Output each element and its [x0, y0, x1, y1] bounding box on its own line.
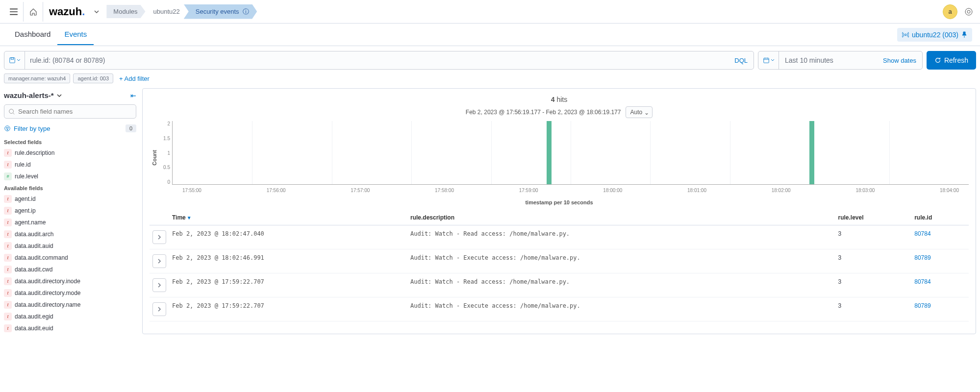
- expand-row-button[interactable]: [152, 302, 166, 316]
- breadcrumb-modules[interactable]: Modules: [106, 5, 145, 18]
- saved-queries-button[interactable]: [4, 51, 25, 69]
- interval-select[interactable]: Auto ⌄: [626, 106, 653, 118]
- table-row: Feb 2, 2023 @ 17:59:22.707Audit: Watch -…: [150, 273, 969, 297]
- pin-icon[interactable]: [961, 31, 967, 38]
- field-name: data.audit.arch: [15, 231, 53, 238]
- table-row: Feb 2, 2023 @ 17:59:22.707Audit: Watch -…: [150, 297, 969, 321]
- time-range-text[interactable]: Last 10 minutes: [779, 56, 877, 64]
- filter-row: manager.name: wazuh4 agent.id: 003 + Add…: [0, 72, 980, 88]
- breadcrumb-agent[interactable]: ubuntu22: [142, 5, 188, 18]
- field-item[interactable]: trule.id: [4, 159, 136, 171]
- dql-toggle[interactable]: DQL: [729, 57, 754, 64]
- col-rule-id[interactable]: rule.id: [911, 210, 969, 225]
- hits-count: 4 hits: [150, 94, 969, 106]
- x-tick: 17:57:00: [351, 188, 370, 193]
- cell-time: Feb 2, 2023 @ 18:02:46.991: [169, 249, 407, 273]
- field-name: data.audit.euid: [15, 325, 53, 332]
- index-header: wazuh-alerts-* ⇤: [4, 88, 136, 104]
- field-search-input[interactable]: [18, 108, 132, 115]
- search-row: DQL Last 10 minutes Show dates Refresh: [0, 46, 980, 72]
- field-item[interactable]: tdata.audit.cwd: [4, 264, 136, 275]
- cell-description: Audit: Watch - Execute access: /home/mal…: [407, 249, 835, 273]
- cell-description: Audit: Watch - Execute access: /home/mal…: [407, 297, 835, 321]
- chevron-right-icon: [157, 235, 161, 240]
- chart-range: Feb 2, 2023 @ 17:56:19.177 - Feb 2, 2023…: [466, 109, 621, 116]
- rule-id-link[interactable]: 80784: [914, 230, 930, 237]
- filter-chip-agent[interactable]: agent.id: 003: [73, 74, 113, 83]
- col-rule-description[interactable]: rule.description: [407, 210, 835, 225]
- field-item[interactable]: tdata.audit.directory.name: [4, 299, 136, 311]
- field-item[interactable]: tagent.name: [4, 217, 136, 228]
- field-item[interactable]: tdata.audit.egid: [4, 311, 136, 322]
- top-header: wazuh. Modules ubuntu22 Security events …: [0, 0, 980, 24]
- chevron-right-icon: [157, 259, 161, 264]
- field-item[interactable]: tdata.audit.directory.inode: [4, 275, 136, 287]
- y-axis: 21.510.50: [159, 121, 172, 195]
- time-picker-button[interactable]: [758, 51, 779, 69]
- app-switcher[interactable]: [91, 9, 102, 15]
- cell-time: Feb 2, 2023 @ 17:59:22.707: [169, 273, 407, 297]
- svg-rect-2: [9, 58, 15, 63]
- field-item[interactable]: tdata.audit.arch: [4, 228, 136, 240]
- field-item[interactable]: trule.description: [4, 147, 136, 159]
- chevron-right-icon: [157, 307, 161, 312]
- rule-id-link[interactable]: 80789: [914, 302, 930, 309]
- hamburger-menu-button[interactable]: [4, 2, 24, 22]
- filter-icon: [4, 125, 11, 132]
- rule-id-link[interactable]: 80784: [914, 278, 930, 285]
- field-name: data.audit.auid: [15, 243, 53, 249]
- field-item[interactable]: tdata.audit.euid: [4, 322, 136, 334]
- chart-bar[interactable]: [547, 121, 552, 184]
- help-button[interactable]: [961, 4, 976, 19]
- x-axis-label: timestamp per 10 seconds: [150, 195, 969, 210]
- home-button[interactable]: [24, 2, 43, 22]
- svg-rect-4: [763, 58, 769, 63]
- field-name: agent.id: [15, 196, 36, 202]
- svg-point-6: [5, 126, 10, 131]
- col-time[interactable]: Time▼: [169, 210, 407, 225]
- field-type-icon: t: [4, 242, 12, 250]
- collapse-sidebar-icon[interactable]: ⇤: [130, 92, 136, 99]
- field-item[interactable]: tagent.id: [4, 193, 136, 205]
- svg-rect-3: [11, 58, 13, 60]
- x-tick: 17:59:00: [519, 188, 538, 193]
- chart-bar[interactable]: [809, 121, 814, 184]
- cell-level: 3: [835, 225, 912, 249]
- cell-description: Audit: Watch - Read access: /home/malwar…: [407, 225, 835, 249]
- field-name: agent.name: [15, 219, 46, 226]
- main: wazuh-alerts-* ⇤ Filter by type 0 Select…: [0, 88, 980, 334]
- field-item[interactable]: tagent.ip: [4, 205, 136, 217]
- tab-events[interactable]: Events: [57, 24, 94, 45]
- col-rule-level[interactable]: rule.level: [835, 210, 912, 225]
- add-filter-button[interactable]: + Add filter: [119, 75, 150, 82]
- expand-row-button[interactable]: [152, 254, 166, 268]
- agent-badge[interactable]: ubuntu22 (003): [897, 28, 972, 42]
- expand-row-button[interactable]: [152, 230, 166, 244]
- field-item[interactable]: #rule.level: [4, 171, 136, 182]
- svg-point-5: [9, 109, 14, 113]
- refresh-button[interactable]: Refresh: [927, 51, 976, 70]
- field-name: data.audit.cwd: [15, 266, 52, 273]
- histogram-chart: Count 21.510.50 17:55:0017:56:0017:57:00…: [150, 121, 969, 195]
- field-item[interactable]: tdata.audit.directory.mode: [4, 287, 136, 299]
- field-item[interactable]: tdata.audit.auid: [4, 240, 136, 252]
- filter-by-type[interactable]: Filter by type 0: [4, 122, 136, 136]
- field-item[interactable]: tdata.audit.command: [4, 252, 136, 264]
- field-type-icon: t: [4, 207, 12, 215]
- search-input[interactable]: [25, 56, 729, 64]
- events-table: Time▼ rule.description rule.level rule.i…: [150, 210, 969, 321]
- tab-dashboard[interactable]: Dashboard: [8, 24, 57, 45]
- breadcrumb-security-events[interactable]: Security events ⓘ: [184, 4, 257, 19]
- filter-chip-manager[interactable]: manager.name: wazuh4: [4, 74, 70, 83]
- chevron-down-icon: ⌄: [644, 109, 649, 116]
- chart-plot[interactable]: 17:55:0017:56:0017:57:0017:58:0017:59:00…: [172, 121, 969, 185]
- expand-row-button[interactable]: [152, 278, 166, 292]
- rule-id-link[interactable]: 80789: [914, 254, 930, 261]
- user-avatar[interactable]: a: [943, 4, 957, 19]
- field-name: agent.ip: [15, 207, 36, 214]
- field-type-icon: t: [4, 266, 12, 273]
- y-tick: 2: [159, 121, 170, 126]
- x-tick: 18:00:00: [603, 188, 622, 193]
- index-pattern-selector[interactable]: wazuh-alerts-*: [4, 91, 62, 99]
- show-dates-button[interactable]: Show dates: [877, 57, 922, 64]
